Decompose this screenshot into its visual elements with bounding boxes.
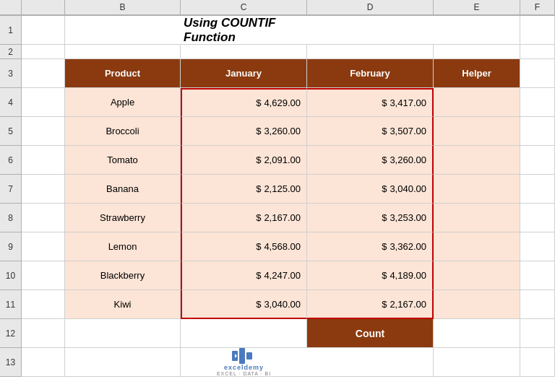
cell-f12[interactable] — [520, 319, 555, 348]
cell-c10-jan[interactable]: $ 4,247.00 — [181, 261, 307, 290]
dollar-d6: $ — [382, 154, 387, 165]
row-9: 9 Lemon $ 4,568.00 $ 3,362.00 — [0, 232, 555, 261]
cell-a4[interactable] — [22, 88, 65, 117]
row-header-1: 1 — [0, 16, 22, 45]
cell-e7[interactable] — [434, 175, 520, 204]
cell-f5[interactable] — [520, 117, 555, 146]
cell-f3[interactable] — [520, 59, 555, 88]
value-c5: 3,260.00 — [264, 126, 301, 136]
cell-c5-jan[interactable]: $ 3,260.00 — [181, 117, 307, 146]
cell-f2[interactable] — [520, 45, 555, 59]
cell-b7-product[interactable]: Banana — [65, 175, 181, 204]
cell-a3[interactable] — [22, 59, 65, 88]
cell-d1 — [307, 16, 434, 45]
cell-b10-product[interactable]: Blackberry — [65, 261, 181, 290]
corner-cell — [0, 0, 22, 15]
count-cell[interactable]: Count — [307, 319, 434, 348]
row-header-12: 12 — [0, 319, 22, 348]
row-7: 7 Banana $ 2,125.00 $ 3,040.00 — [0, 175, 555, 204]
col-header-b: B — [65, 0, 181, 15]
cell-e8[interactable] — [434, 204, 520, 232]
cell-a11[interactable] — [22, 290, 65, 319]
dollar-d8: $ — [382, 212, 387, 223]
row-header-7: 7 — [0, 175, 22, 204]
row-2: 2 — [0, 45, 555, 59]
cell-e4[interactable] — [434, 88, 520, 117]
cell-e11[interactable] — [434, 290, 520, 319]
row-5: 5 Broccoli $ 3,260.00 $ 3,507.00 — [0, 117, 555, 146]
cell-b12[interactable] — [65, 319, 181, 348]
dollar-d4: $ — [382, 97, 387, 108]
cell-b2[interactable] — [65, 45, 181, 59]
cell-a13[interactable] — [22, 348, 65, 377]
cell-c4-jan[interactable]: $ 4,629.00 — [181, 88, 307, 117]
cell-b6-product[interactable]: Tomato — [65, 146, 181, 175]
cell-f13[interactable] — [520, 348, 555, 377]
cell-e10[interactable] — [434, 261, 520, 290]
cell-b5-product[interactable]: Broccoli — [65, 117, 181, 146]
cell-e5[interactable] — [434, 117, 520, 146]
cell-d10-feb[interactable]: $ 4,189.00 — [307, 261, 434, 290]
cell-f6[interactable] — [520, 146, 555, 175]
cell-d7-feb[interactable]: $ 3,040.00 — [307, 175, 434, 204]
col-header-e: E — [434, 0, 520, 15]
cell-d4-feb[interactable]: $ 3,417.00 — [307, 88, 434, 117]
value-d10: 4,189.00 — [390, 270, 426, 281]
cell-b8-product[interactable]: Strawberry — [65, 204, 181, 232]
cell-d6-feb[interactable]: $ 3,260.00 — [307, 146, 434, 175]
cell-d2[interactable] — [307, 45, 434, 59]
cell-f4[interactable] — [520, 88, 555, 117]
cell-c11-jan[interactable]: $ 3,040.00 — [181, 290, 307, 319]
row-3: 3 Product January February Helper — [0, 59, 555, 88]
cell-c6-jan[interactable]: $ 2,091.00 — [181, 146, 307, 175]
header-product: Product — [65, 59, 181, 88]
cell-a8[interactable] — [22, 204, 65, 232]
cell-a10[interactable] — [22, 261, 65, 290]
cell-c8-jan[interactable]: $ 2,167.00 — [181, 204, 307, 232]
cell-a1[interactable] — [22, 16, 65, 45]
cell-e2[interactable] — [434, 45, 520, 59]
cell-f10[interactable] — [520, 261, 555, 290]
cell-e6[interactable] — [434, 146, 520, 175]
row-4: 4 Apple $ 4,629.00 $ 3,417.00 — [0, 88, 555, 117]
value-d11: 2,167.00 — [390, 299, 426, 310]
cell-d8-feb[interactable]: $ 3,253.00 — [307, 204, 434, 232]
svg-rect-1 — [239, 348, 245, 364]
cell-c7-jan[interactable]: $ 2,125.00 — [181, 175, 307, 204]
value-d7: 3,040.00 — [390, 183, 426, 194]
column-headers: B C D E F — [0, 0, 555, 16]
dollar-c9: $ — [256, 241, 261, 252]
cell-f9[interactable] — [520, 232, 555, 261]
svg-rect-2 — [246, 352, 252, 360]
cell-a6[interactable] — [22, 146, 65, 175]
cell-e9[interactable] — [434, 232, 520, 261]
cell-a5[interactable] — [22, 117, 65, 146]
cell-e12[interactable] — [434, 319, 520, 348]
cell-b9-product[interactable]: Lemon — [65, 232, 181, 261]
dollar-d7: $ — [382, 183, 387, 194]
cell-d5-feb[interactable]: $ 3,507.00 — [307, 117, 434, 146]
cell-a12[interactable] — [22, 319, 65, 348]
col-header-c: C — [181, 0, 307, 15]
cell-a2[interactable] — [22, 45, 65, 59]
row-header-10: 10 — [0, 261, 22, 290]
cell-a7[interactable] — [22, 175, 65, 204]
cell-f8[interactable] — [520, 204, 555, 232]
cell-c12[interactable] — [181, 319, 307, 348]
value-c11: 3,040.00 — [264, 299, 301, 310]
cell-b4-product[interactable]: Apple — [65, 88, 181, 117]
cell-f11[interactable] — [520, 290, 555, 319]
cell-a9[interactable] — [22, 232, 65, 261]
cell-b11-product[interactable]: Kiwi — [65, 290, 181, 319]
cell-f7[interactable] — [520, 175, 555, 204]
cell-e13[interactable] — [434, 348, 520, 377]
spreadsheet: B C D E F 1 Using COUNTIF Function 2 — [0, 0, 555, 392]
row-header-8: 8 — [0, 204, 22, 232]
cell-c2[interactable] — [181, 45, 307, 59]
cell-d11-feb[interactable]: $ 2,167.00 — [307, 290, 434, 319]
row-10: 10 Blackberry $ 4,247.00 $ 4,189.00 — [0, 261, 555, 290]
cell-d13 — [307, 348, 434, 377]
row-11: 11 Kiwi $ 3,040.00 $ 2,167.00 — [0, 290, 555, 319]
cell-d9-feb[interactable]: $ 3,362.00 — [307, 232, 434, 261]
cell-c9-jan[interactable]: $ 4,568.00 — [181, 232, 307, 261]
